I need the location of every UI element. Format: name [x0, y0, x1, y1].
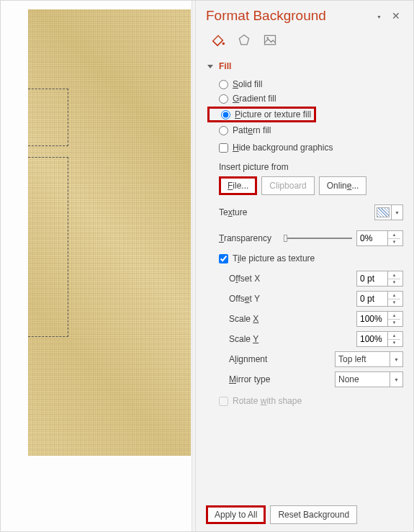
offset-y-spinner[interactable]: ▲▼	[356, 291, 403, 307]
reset-background-button[interactable]: Reset Background	[270, 505, 357, 524]
tile-picture-check[interactable]: Tile picture as texture	[219, 251, 403, 266]
tile-picture-label: Tile picture as texture	[233, 253, 315, 263]
mirror-type-value: None	[338, 374, 359, 384]
mirror-type-label: Mirror type	[229, 374, 301, 384]
gradient-fill-radio[interactable]: Gradient fill	[206, 91, 403, 106]
placeholder-content	[28, 157, 68, 337]
scale-y-value[interactable]	[357, 332, 387, 346]
fill-bucket-icon[interactable]	[210, 32, 226, 48]
hide-bg-input[interactable]	[219, 143, 228, 153]
solid-fill-input[interactable]	[219, 80, 228, 89]
chevron-up-icon[interactable]: ▲	[388, 231, 400, 239]
scale-x-label: Scale X	[229, 314, 301, 324]
svg-point-3	[266, 37, 269, 39]
transparency-value[interactable]	[357, 231, 387, 245]
alignment-dropdown[interactable]: Top left ▼	[335, 351, 403, 367]
transparency-label: Transparency	[219, 233, 284, 243]
svg-point-0	[222, 42, 225, 45]
scale-y-label: Scale Y	[229, 334, 301, 344]
picture-texture-fill-highlight: Picture or texture fill	[207, 107, 316, 122]
svg-rect-2	[265, 35, 276, 45]
svg-marker-1	[239, 35, 248, 45]
transparency-spinner[interactable]: ▲▼	[356, 230, 403, 246]
texture-swatch-icon	[377, 207, 390, 217]
chevron-down-icon: ▼	[390, 352, 402, 366]
apply-to-all-button[interactable]: Apply to All	[206, 505, 266, 524]
clipboard-button: Clipboard	[261, 176, 314, 195]
fill-section-header[interactable]: Fill	[206, 61, 403, 71]
offset-y-label: Offset Y	[229, 294, 301, 304]
offset-x-spinner[interactable]: ▲▼	[356, 271, 403, 287]
alignment-value: Top left	[338, 354, 366, 364]
gradient-fill-label: radient fill	[239, 94, 276, 104]
tile-picture-input[interactable]	[219, 254, 228, 263]
picture-texture-fill-input[interactable]	[221, 110, 230, 120]
format-background-panel: Format Background ✕ Fill Solid	[196, 1, 413, 531]
hide-bg-label: Hide background graphics	[233, 143, 333, 153]
gradient-fill-input[interactable]	[219, 94, 228, 104]
picture-texture-fill-label: Picture or texture fill	[235, 109, 311, 120]
rotate-with-shape-input	[219, 397, 228, 406]
pattern-fill-input[interactable]	[219, 126, 228, 135]
placeholder-title	[28, 89, 68, 146]
scale-x-value[interactable]	[357, 312, 387, 326]
slide-preview-area	[1, 1, 192, 531]
chevron-down-icon: ▼	[390, 372, 402, 387]
file-button[interactable]: File...	[219, 176, 257, 195]
effects-icon[interactable]	[236, 32, 252, 48]
solid-fill-radio[interactable]: Solid fill	[206, 77, 403, 91]
chevron-down-icon: ▼	[391, 205, 402, 220]
solid-fill-label: olid fill	[238, 79, 262, 89]
offset-x-label: Offset X	[229, 274, 301, 284]
slide-preview	[28, 9, 191, 456]
rotate-with-shape-label: Rotate with shape	[233, 396, 302, 406]
texture-dropdown[interactable]: ▼	[374, 204, 403, 220]
chevron-down-icon[interactable]: ▼	[388, 239, 400, 246]
offset-x-value[interactable]	[357, 271, 387, 286]
pattern-fill-label: Pattern fill	[233, 125, 271, 135]
scale-y-spinner[interactable]: ▲▼	[356, 331, 403, 347]
online-button[interactable]: Online...	[319, 176, 367, 195]
alignment-label: Alignment	[229, 354, 301, 364]
close-icon[interactable]: ✕	[389, 10, 403, 22]
offset-y-value[interactable]	[357, 292, 387, 306]
transparency-slider[interactable]	[284, 234, 352, 243]
pattern-fill-radio[interactable]: Pattern fill	[206, 123, 403, 137]
scale-x-spinner[interactable]: ▲▼	[356, 311, 403, 327]
insert-picture-from-label: Insert picture from	[219, 162, 403, 172]
picture-icon[interactable]	[262, 32, 278, 48]
hide-bg-check[interactable]: Hide background graphics	[206, 140, 403, 155]
fill-section-label: Fill	[219, 61, 231, 71]
texture-label: Texture	[219, 207, 284, 217]
mirror-type-dropdown[interactable]: None ▼	[335, 371, 403, 387]
panel-options-dropdown[interactable]	[375, 11, 382, 21]
panel-title: Format Background	[206, 8, 326, 24]
rotate-with-shape-check: Rotate with shape	[219, 394, 403, 408]
